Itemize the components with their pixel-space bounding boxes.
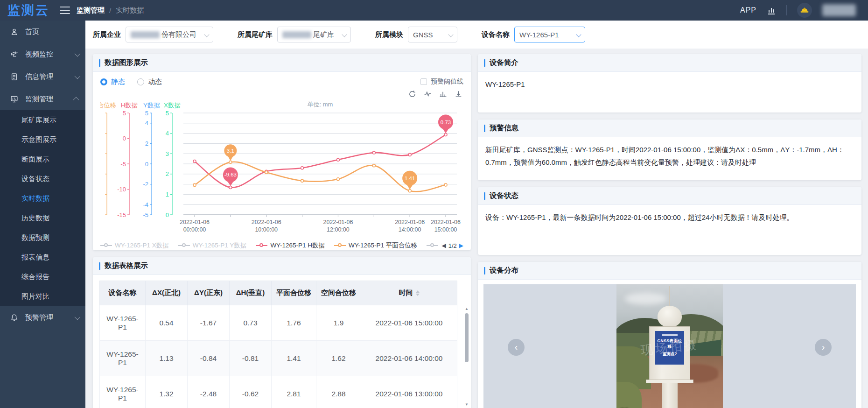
column-header: ΔH(垂直)	[230, 281, 272, 305]
line-chart-icon[interactable]	[424, 89, 432, 99]
main-content: 所属企业份有限公司所属尾矿库尾矿库所属模块GNSS设备名称WY-1265-P1 …	[85, 21, 868, 408]
sidebar-item-监测管理[interactable]: 监测管理	[0, 88, 85, 110]
carousel-prev-icon[interactable]: ‹	[508, 339, 525, 356]
sidebar-item-信息管理[interactable]: 信息管理	[0, 65, 85, 88]
bell-icon	[10, 313, 19, 322]
carousel-next-icon[interactable]: ›	[815, 339, 832, 356]
device-status-title: 设备状态	[490, 191, 518, 201]
column-header[interactable]: 时间	[361, 281, 457, 305]
svg-text:2022-01-06: 2022-01-06	[395, 219, 425, 225]
legend-item[interactable]: WY-1265-P1 Y数据	[178, 241, 247, 250]
column-header: ΔX(正北)	[146, 281, 188, 305]
displacement-line-chart[interactable]: 单位: mm合位移H数据50-5-10-15Y数据5420-2-4-5X数据54…	[100, 99, 463, 239]
checkbox-box[interactable]	[420, 78, 427, 85]
menu-collapse-icon[interactable]	[60, 7, 70, 14]
table-row[interactable]: WY-1265-P11.32-2.48-0.622.812.882022-01-…	[100, 376, 457, 408]
safety-helmet-avatar[interactable]	[797, 3, 812, 18]
radio-静态[interactable]: 静态	[100, 77, 125, 86]
sidebar-item-视频监控[interactable]: 视频监控	[0, 43, 85, 65]
sidebar-subitem-实时数据[interactable]: 实时数据	[0, 189, 85, 208]
document-icon	[10, 72, 19, 81]
table-row[interactable]: WY-1265-P11.13-0.84-0.811.411.622022-01-…	[100, 341, 457, 376]
filter-select-所属尾矿库[interactable]: 尾矿库	[277, 27, 351, 42]
radio-dot[interactable]	[137, 78, 144, 85]
sidebar-subitem-历史数据[interactable]: 历史数据	[0, 208, 85, 228]
sidebar-item-首页[interactable]: 首页	[0, 21, 85, 43]
sidebar-item-label: 监测管理	[25, 95, 75, 104]
svg-text:15:00:00: 15:00:00	[434, 226, 457, 233]
legend-item[interactable]: WY-1265-P1 平面合位移	[334, 241, 417, 250]
legend-prev-icon[interactable]: ◀	[441, 242, 446, 249]
svg-text:3.1: 3.1	[227, 148, 234, 154]
threshold-line-checkbox[interactable]: 预警阈值线	[420, 77, 463, 86]
home-user-icon	[10, 28, 19, 36]
filter-select-设备名称[interactable]: WY-1265-P1	[514, 27, 585, 42]
legend-item[interactable]: WY-1265-P1 H数据	[256, 241, 325, 250]
filter-select-所属模块[interactable]: GNSS	[408, 27, 457, 42]
table-cell: 2022-01-06 15:00:00	[361, 305, 457, 341]
svg-text:0: 0	[123, 135, 126, 142]
svg-text:合位移: 合位移	[100, 102, 116, 109]
scroll-down-icon[interactable]: ▼	[464, 401, 469, 407]
filter-所属模块: 所属模块GNSS	[375, 27, 457, 42]
legend-item[interactable]: WY-1265-	[427, 242, 441, 249]
breadcrumb-section[interactable]: 监测管理	[77, 6, 105, 15]
device-status-panel: 设备状态 设备：WY-1265-P1，最新一条数据时间为2022-01-06 1…	[478, 187, 861, 255]
chevron-down-icon	[75, 50, 81, 56]
sidebar-subitem-报表信息[interactable]: 报表信息	[0, 247, 85, 267]
column-header: 设备名称	[100, 281, 146, 305]
radio-动态[interactable]: 动态	[137, 77, 162, 86]
chevron-down-icon	[342, 32, 347, 37]
app-link[interactable]: APP	[740, 6, 756, 14]
sidebar-subitem-断面展示[interactable]: 断面展示	[0, 149, 85, 169]
table-row[interactable]: WY-1265-P10.54-1.670.731.761.92022-01-06…	[100, 305, 457, 341]
svg-text:1: 1	[166, 191, 169, 198]
gnss-station-photo[interactable]: GNSS表面位移 监测点2 现场拍摄 经度：104.529788纬度：22.92…	[616, 284, 723, 408]
monitor-chart-icon	[10, 95, 19, 103]
table-scrollbar[interactable]: ▲ ▼	[464, 306, 469, 407]
svg-text:0: 0	[145, 161, 148, 168]
scroll-up-icon[interactable]: ▲	[464, 306, 469, 311]
table-cell: -0.62	[230, 376, 272, 408]
legend-item[interactable]: WY-1265-P1 X数据	[100, 241, 169, 250]
filter-select-所属企业[interactable]: 份有限公司	[126, 27, 213, 42]
table-cell: -2.48	[188, 376, 230, 408]
legend-marker-icon	[178, 243, 190, 248]
sidebar-subitem-综合报告[interactable]: 综合报告	[0, 267, 85, 287]
gnss-antenna-dome	[658, 306, 682, 327]
filter-所属企业: 所属企业份有限公司	[93, 27, 213, 42]
refresh-icon[interactable]	[408, 89, 416, 99]
svg-text:2022-01-06: 2022-01-06	[252, 219, 281, 225]
sidebar-subitem-数据预测[interactable]: 数据预测	[0, 228, 85, 247]
big-screen-chart-icon[interactable]	[767, 6, 776, 15]
sort-icons	[416, 290, 420, 296]
sidebar-subitem-尾矿库展示[interactable]: 尾矿库展示	[0, 110, 85, 130]
table-cell: 0.73	[230, 305, 272, 341]
sidebar-item-预警管理[interactable]: 预警管理	[0, 306, 85, 329]
legend-next-icon[interactable]: ▶	[459, 242, 463, 249]
sidebar-subitem-示意图展示[interactable]: 示意图展示	[0, 130, 85, 149]
svg-text:4: 4	[145, 120, 148, 127]
svg-text:0.73: 0.73	[441, 120, 451, 125]
alert-info-title: 预警信息	[490, 123, 518, 133]
chart-mode-radio-group: 静态动态	[100, 77, 162, 86]
scrollbar-thumb[interactable]	[465, 313, 469, 362]
radio-dot[interactable]	[100, 78, 107, 85]
column-header-label: 时间	[399, 288, 413, 297]
table-cell: 0.54	[146, 305, 188, 341]
legend-label: WY-1265-P1 H数据	[270, 241, 325, 250]
svg-text:2022-01-06: 2022-01-06	[180, 219, 210, 225]
sort-desc-icon	[416, 294, 420, 296]
sidebar-submenu: 尾矿库展示示意图展示断面展示设备状态实时数据历史数据数据预测报表信息综合报告图片…	[0, 110, 85, 306]
filter-label: 所属企业	[93, 30, 121, 39]
sidebar-subitem-设备状态[interactable]: 设备状态	[0, 169, 85, 189]
sidebar-subitem-图片对比[interactable]: 图片对比	[0, 287, 85, 306]
chart-panel: 数据图形展示 静态动态 预警阈值线	[93, 54, 471, 250]
radio-label: 静态	[111, 77, 125, 86]
username-redacted[interactable]	[822, 4, 856, 16]
redacted-text	[131, 31, 160, 38]
panel-accent-bar	[99, 262, 100, 270]
panel-accent-bar	[484, 267, 485, 274]
bar-chart-icon[interactable]	[439, 89, 447, 99]
download-icon[interactable]	[455, 89, 462, 99]
